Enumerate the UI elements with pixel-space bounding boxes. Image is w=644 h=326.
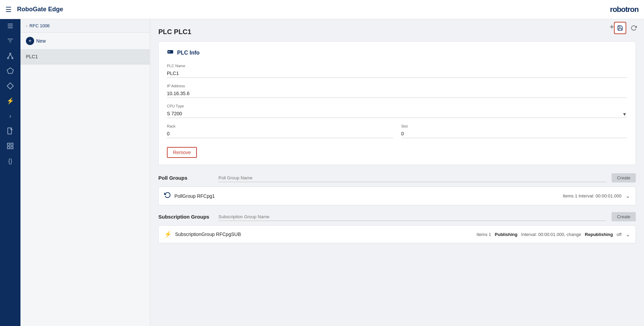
subscription-group-name-input[interactable] [218,213,606,221]
list-item-plc1[interactable]: PLC1 [20,49,150,64]
main-container: › RFC 1006 + New PLC1 [20,19,644,326]
right-panel: + PLC PLC1 PLC Info PLC Name [150,19,644,326]
poll-group-item: PollGroup RFCpg1 Items 1 Interval: 00:00… [158,187,636,205]
poll-group-name-input[interactable] [218,174,606,182]
svg-rect-11 [8,143,10,145]
poll-groups-header: Poll Groups Create [158,173,636,182]
sub-meta-republishing-value: off [617,232,621,237]
new-button-label: New [36,38,46,44]
sub-meta-interval: Interval: 00:00:01.000, change [521,232,581,237]
new-button[interactable]: + New [20,33,150,49]
svg-marker-8 [7,68,13,74]
sidebar-item-network[interactable] [3,49,17,63]
sidebar-item-lightning[interactable]: ⚡ [3,94,17,108]
ip-address-field: IP Address [167,84,627,98]
sub-meta-publishing-label: Publishing [495,232,517,237]
subscription-groups-header: Subscription Groups Create [158,212,636,221]
topbar: ☰ RoboGate Edge robotron [0,0,644,19]
sidebar-item-diagram[interactable] [3,64,17,78]
svg-point-5 [12,58,13,59]
poll-group-meta: Items 1 Interval: 00:00:01.000 [563,193,621,198]
svg-point-4 [8,58,9,59]
poll-group-expand-icon[interactable]: ⌄ [626,193,630,199]
plc-name-input[interactable] [167,69,627,78]
svg-rect-15 [168,50,173,54]
remove-button[interactable]: Remove [167,147,197,158]
plc-name-field: PLC Name [167,64,627,78]
poll-group-create-button[interactable]: Create [612,173,636,182]
ip-address-label: IP Address [167,84,627,88]
svg-marker-9 [7,83,13,89]
plc-name-label: PLC Name [167,64,627,68]
panel-toolbar [610,19,644,37]
poll-group-name: PollGroup RFCpg1 [174,193,215,199]
subscription-group-meta: Items 1 Publishing Interval: 00:00:01.00… [476,232,621,237]
sub-meta-items: Items 1 [476,232,491,237]
refresh-button[interactable] [628,22,640,34]
save-button[interactable] [614,22,626,34]
content-area: PLC PLC1 PLC Info PLC Name [150,23,644,258]
new-button-plus-icon: + [26,37,34,45]
slot-input[interactable] [401,130,628,138]
sidebar-item-settings[interactable] [3,19,17,33]
card-header: PLC Info [167,48,627,57]
subscription-group-item: ⚡ SubscriptionGroup RFCpgSUB Items 1 Pub… [158,225,636,243]
poll-group-refresh-icon [164,192,171,200]
poll-groups-section: Poll Groups Create PollGroup RFCpg1 Item… [158,173,636,205]
subscription-group-create-button[interactable]: Create [612,212,636,221]
cpu-type-label: CPU Type [167,104,627,108]
sidebar-item-forward[interactable]: › [3,109,17,123]
subscription-group-name: SubscriptionGroup RFCpgSUB [175,232,241,237]
rack-input[interactable] [167,130,393,138]
app-logo: robotron [610,5,639,14]
svg-line-7 [10,54,12,57]
plc-info-card: PLC Info PLC Name IP Address [158,41,636,165]
svg-point-3 [10,53,11,55]
poll-groups-label: Poll Groups [158,175,213,181]
breadcrumb: › RFC 1006 [20,19,150,33]
subscription-group-expand-icon[interactable]: ⌄ [626,231,630,238]
breadcrumb-text: RFC 1006 [29,23,49,28]
sidebar: ⌂ ⚡ › {} [0,0,20,326]
app-title: RoboGate Edge [17,6,63,13]
sidebar-item-grid[interactable] [3,139,17,153]
plc-info-icon [167,48,174,57]
cpu-type-field: CPU Type S 7200 [167,104,627,118]
subscription-group-lightning-icon: ⚡ [164,231,172,238]
sub-meta-republishing-label: Republishing [585,232,613,237]
hamburger-menu[interactable]: ☰ [5,5,12,14]
page-title: PLC PLC1 [158,28,636,36]
breadcrumb-chevron-icon: › [26,23,27,28]
sidebar-item-braces[interactable]: {} [3,154,17,168]
subscription-groups-section: Subscription Groups Create ⚡ Subscriptio… [158,212,636,243]
subscription-groups-label: Subscription Groups [158,214,213,220]
svg-rect-12 [11,143,13,145]
sidebar-item-diamond[interactable] [3,79,17,93]
cpu-type-select[interactable]: S 7200 [167,109,627,118]
left-panel: › RFC 1006 + New PLC1 [20,19,150,326]
sidebar-item-document[interactable] [3,124,17,138]
slot-label: Slot [401,124,628,128]
card-header-title: PLC Info [177,50,200,56]
svg-line-6 [8,54,10,57]
sidebar-item-filter[interactable] [3,34,17,48]
rack-label: Rack [167,124,393,128]
ip-address-input[interactable] [167,89,627,98]
slot-field: Slot [401,124,628,138]
svg-rect-14 [11,147,13,149]
svg-rect-13 [8,147,10,149]
rack-slot-row: Rack Slot [167,124,627,138]
rack-field: Rack [167,124,393,138]
